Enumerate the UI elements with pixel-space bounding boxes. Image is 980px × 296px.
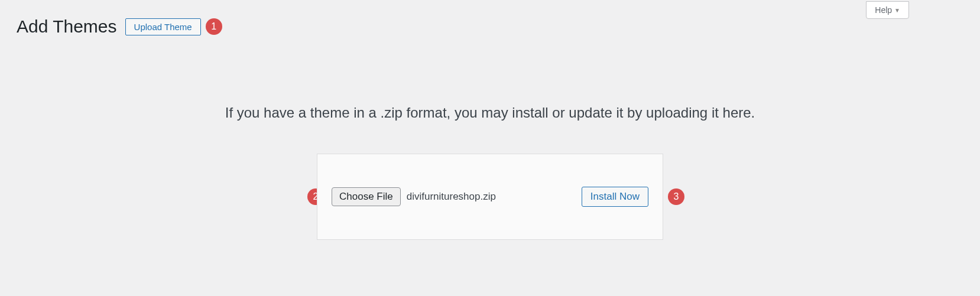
page-title: Add Themes	[17, 17, 117, 37]
upload-box: Choose File divifurnitureshop.zip Instal…	[317, 154, 663, 240]
file-input-group: Choose File divifurnitureshop.zip	[332, 187, 496, 206]
choose-file-button[interactable]: Choose File	[332, 187, 401, 206]
page-header: Add Themes Upload Theme 1	[0, 0, 980, 37]
selected-file-name: divifurnitureshop.zip	[407, 191, 496, 203]
install-now-button[interactable]: Install Now	[582, 187, 648, 207]
help-label: Help	[875, 5, 892, 15]
annotation-badge-3: 3	[668, 188, 684, 205]
annotation-badge-1: 1	[206, 18, 222, 35]
upload-theme-button[interactable]: Upload Theme	[125, 18, 201, 35]
help-tab[interactable]: Help ▼	[866, 1, 909, 19]
chevron-down-icon: ▼	[894, 7, 900, 14]
upload-instructions: If you have a theme in a .zip format, yo…	[0, 105, 980, 121]
